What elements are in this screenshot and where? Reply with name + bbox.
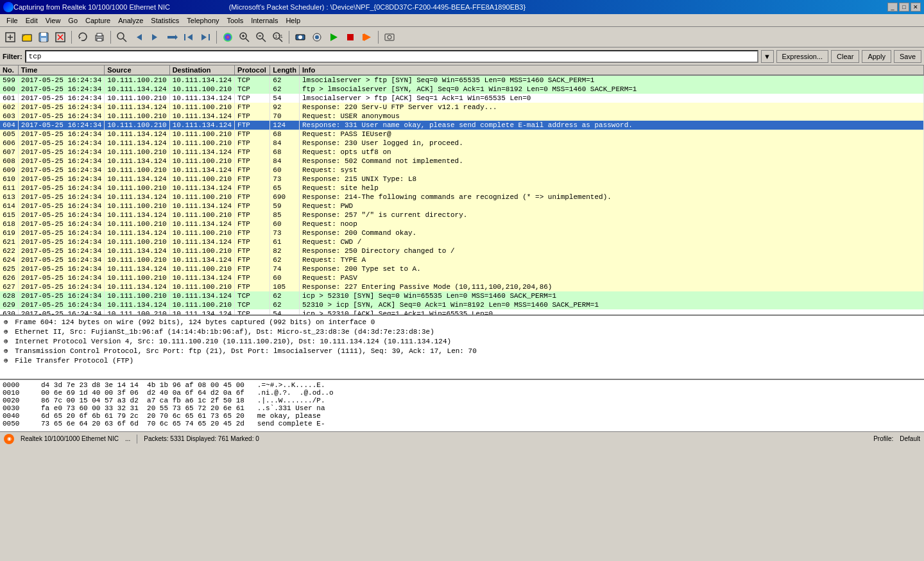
cell-dst: 10.111.100.210 <box>169 85 234 94</box>
cell-info: Response: 200 Command okay. <box>299 229 923 237</box>
cell-info: Response: 331 User name okay, please sen… <box>299 121 923 130</box>
cell-src: 10.111.100.210 <box>105 94 169 103</box>
cell-proto: FTP <box>235 112 270 121</box>
menu-help[interactable]: Help <box>282 15 304 26</box>
table-row[interactable]: 629 2017-05-25 16:24:34 10.111.134.124 1… <box>0 300 924 309</box>
table-row[interactable]: 628 2017-05-25 16:24:34 10.111.100.210 1… <box>0 291 924 300</box>
table-row[interactable]: 625 2017-05-25 16:24:34 10.111.134.124 1… <box>0 264 924 273</box>
apply-btn[interactable]: Apply <box>862 50 891 63</box>
reload-btn[interactable] <box>75 30 90 45</box>
table-row[interactable]: 599 2017-05-25 16:24:34 10.111.100.210 1… <box>0 75 924 85</box>
minimize-button[interactable]: _ <box>887 3 898 12</box>
menu-bar: File Edit View Go Capture Analyze Statis… <box>0 14 924 27</box>
table-row[interactable]: 619 2017-05-25 16:24:34 10.111.134.124 1… <box>0 229 924 237</box>
find-pkt-btn[interactable] <box>114 30 130 45</box>
cell-no: 600 <box>0 85 18 94</box>
menu-go[interactable]: Go <box>64 15 81 26</box>
table-row[interactable]: 615 2017-05-25 16:24:34 10.111.134.124 1… <box>0 211 924 220</box>
go-pkt-btn[interactable] <box>164 30 180 45</box>
stop-capture-btn[interactable] <box>343 30 358 45</box>
detail-ethernet[interactable]: ⊕ Ethernet II, Src: FujianSt_1b:96:af (1… <box>1 327 923 336</box>
table-row[interactable]: 607 2017-05-25 16:24:34 10.111.100.210 1… <box>0 148 924 157</box>
prev-pkt-btn[interactable] <box>131 30 146 45</box>
detail-ip[interactable]: ⊕ Internet Protocol Version 4, Src: 10.1… <box>1 336 923 346</box>
hex-offset: 0000 <box>3 381 28 389</box>
table-row[interactable]: 604 2017-05-25 16:24:34 10.111.100.210 1… <box>0 121 924 130</box>
expression-btn[interactable]: Expression... <box>776 50 829 63</box>
table-row[interactable]: 621 2017-05-25 16:24:34 10.111.100.210 1… <box>0 237 924 246</box>
cell-dst: 10.111.134.124 <box>169 166 234 175</box>
colorize-btn[interactable] <box>220 30 235 45</box>
table-row[interactable]: 610 2017-05-25 16:24:34 10.111.134.124 1… <box>0 175 924 184</box>
zoom-out-btn[interactable] <box>253 30 269 45</box>
svg-rect-40 <box>347 34 354 40</box>
cell-len: 73 <box>270 175 300 184</box>
table-row[interactable]: 600 2017-05-25 16:24:34 10.111.134.124 1… <box>0 85 924 94</box>
cell-info: 52310 > icp [SYN, ACK] Seq=0 Ack=1 Win=8… <box>299 300 923 309</box>
cell-src: 10.111.100.210 <box>105 255 169 264</box>
filter-bar: Filter: ▼ Expression... Clear Apply Save <box>0 47 924 65</box>
menu-telephony[interactable]: Telephony <box>183 15 223 26</box>
table-row[interactable]: 603 2017-05-25 16:24:34 10.111.100.210 1… <box>0 112 924 121</box>
hex-pane[interactable]: 0000d4 3d 7e 23 d8 3e 14 14 4b 1b 96 af … <box>0 380 924 431</box>
table-row[interactable]: 601 2017-05-25 16:24:34 10.111.100.210 1… <box>0 94 924 103</box>
table-row[interactable]: 626 2017-05-25 16:24:34 10.111.100.210 1… <box>0 273 924 282</box>
table-row[interactable]: 624 2017-05-25 16:24:34 10.111.100.210 1… <box>0 255 924 264</box>
packet-list[interactable]: No. Time Source Destination Protocol Len… <box>0 65 924 316</box>
last-pkt-btn[interactable] <box>198 30 213 45</box>
capture-ifaces-btn[interactable] <box>293 30 308 45</box>
table-row[interactable]: 605 2017-05-25 16:24:34 10.111.134.124 1… <box>0 130 924 139</box>
menu-file[interactable]: File <box>3 15 22 26</box>
table-row[interactable]: 614 2017-05-25 16:24:34 10.111.100.210 1… <box>0 202 924 211</box>
table-row[interactable]: 611 2017-05-25 16:24:34 10.111.100.210 1… <box>0 184 924 193</box>
cell-len: 690 <box>270 193 300 202</box>
detail-ftp[interactable]: ⊕ File Transfer Protocol (FTP) <box>1 356 923 365</box>
cell-no: 621 <box>0 237 18 246</box>
packet-details[interactable]: ⊕ Frame 604: 124 bytes on wire (992 bits… <box>0 316 924 380</box>
cell-no: 607 <box>0 148 18 157</box>
filter-dropdown-btn[interactable]: ▼ <box>761 50 774 63</box>
save-btn[interactable] <box>36 30 51 45</box>
close-capture-btn[interactable] <box>53 30 68 45</box>
filter-input[interactable] <box>25 50 758 63</box>
zoom-normal-btn[interactable]: 1:1 <box>270 30 286 45</box>
table-row[interactable]: 627 2017-05-25 16:24:34 10.111.134.124 1… <box>0 282 924 291</box>
table-row[interactable]: 630 2017-05-25 16:24:34 10.111.100.210 1… <box>0 309 924 316</box>
menu-analyze[interactable]: Analyze <box>114 15 147 26</box>
next-pkt-btn[interactable] <box>148 30 163 45</box>
print-btn[interactable] <box>92 30 107 45</box>
cell-src: 10.111.100.210 <box>105 309 169 316</box>
col-source: Source <box>105 65 169 75</box>
detail-tcp[interactable]: ⊕ Transmission Control Protocol, Src Por… <box>1 346 923 356</box>
zoom-in-btn[interactable] <box>237 30 252 45</box>
menu-capture[interactable]: Capture <box>81 15 114 26</box>
restart-capture-btn[interactable] <box>359 30 375 45</box>
maximize-button[interactable]: □ <box>899 3 909 12</box>
svg-text:1:1: 1:1 <box>275 34 283 39</box>
first-pkt-btn[interactable] <box>181 30 196 45</box>
table-row[interactable]: 618 2017-05-25 16:24:34 10.111.100.210 1… <box>0 220 924 229</box>
table-row[interactable]: 606 2017-05-25 16:24:34 10.111.134.124 1… <box>0 139 924 148</box>
detail-frame[interactable]: ⊕ Frame 604: 124 bytes on wire (992 bits… <box>1 317 923 327</box>
menu-view[interactable]: View <box>42 15 65 26</box>
menu-edit[interactable]: Edit <box>22 15 42 26</box>
table-row[interactable]: 609 2017-05-25 16:24:34 10.111.100.210 1… <box>0 166 924 175</box>
nic-dots: ... <box>125 435 130 442</box>
table-row[interactable]: 608 2017-05-25 16:24:34 10.111.134.124 1… <box>0 157 924 166</box>
menu-internals[interactable]: Internals <box>247 15 282 26</box>
open-btn[interactable] <box>19 30 35 45</box>
close-button[interactable]: ✕ <box>911 3 921 12</box>
clear-btn[interactable]: Clear <box>831 50 859 63</box>
cell-proto: FTP <box>235 166 270 175</box>
screenshot-btn[interactable] <box>382 30 397 45</box>
save-btn[interactable]: Save <box>894 50 921 63</box>
start-capture-btn[interactable] <box>326 30 341 45</box>
new-capture-btn[interactable] <box>3 30 18 45</box>
table-row[interactable]: 613 2017-05-25 16:24:34 10.111.134.124 1… <box>0 193 924 202</box>
menu-statistics[interactable]: Statistics <box>147 15 183 26</box>
svg-point-44 <box>388 35 391 39</box>
menu-tools[interactable]: Tools <box>223 15 248 26</box>
table-row[interactable]: 622 2017-05-25 16:24:34 10.111.134.124 1… <box>0 246 924 255</box>
capture-options-btn[interactable] <box>309 30 325 45</box>
table-row[interactable]: 602 2017-05-25 16:24:34 10.111.134.124 1… <box>0 103 924 112</box>
